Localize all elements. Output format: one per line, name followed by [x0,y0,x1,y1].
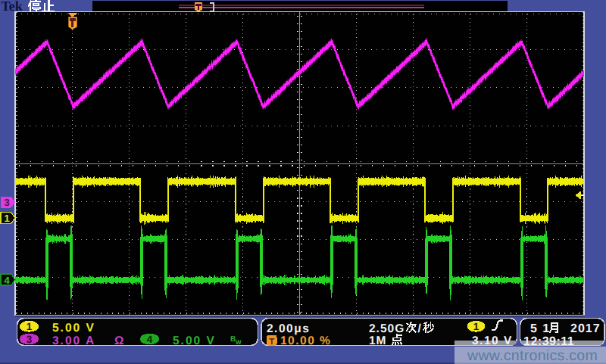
svg-text:2017: 2017 [570,322,601,335]
svg-text:3: 3 [27,334,33,345]
svg-text:4: 4 [147,334,153,345]
svg-text:5 1: 5 1 [530,322,551,335]
svg-text:1M: 1M [369,334,387,347]
svg-text:5.00 V: 5.00 V [52,322,95,334]
svg-text:3: 3 [5,197,10,208]
svg-text:10.00 %: 10.00 % [280,334,331,347]
svg-text:5.00 V: 5.00 V [173,334,216,347]
svg-text:3.00 A: 3.00 A [52,334,95,347]
svg-text:12:39:11: 12:39:11 [523,335,574,348]
svg-text:2.00μs: 2.00μs [267,322,310,335]
svg-text:2.50G: 2.50G [369,322,405,335]
svg-text:www.cntronics.com: www.cntronics.com [467,347,598,364]
svg-text:1: 1 [5,213,10,224]
svg-text:4: 4 [5,275,11,286]
svg-text:1: 1 [27,321,33,332]
svg-text:W: W [236,339,242,346]
svg-text:3.10 V: 3.10 V [472,334,513,347]
svg-text:T: T [269,338,274,347]
svg-text:/: / [418,322,422,335]
svg-text:1: 1 [473,321,479,332]
svg-text:Ω: Ω [114,334,123,347]
